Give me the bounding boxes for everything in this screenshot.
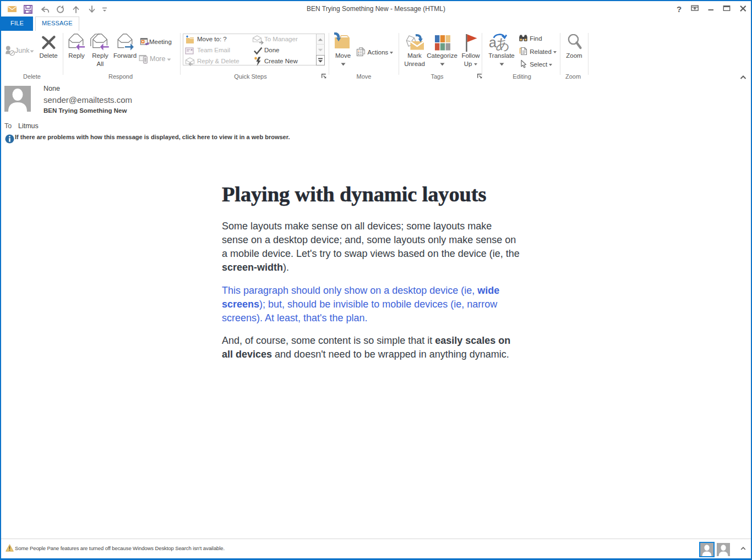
svg-text:?: ? xyxy=(677,4,682,14)
